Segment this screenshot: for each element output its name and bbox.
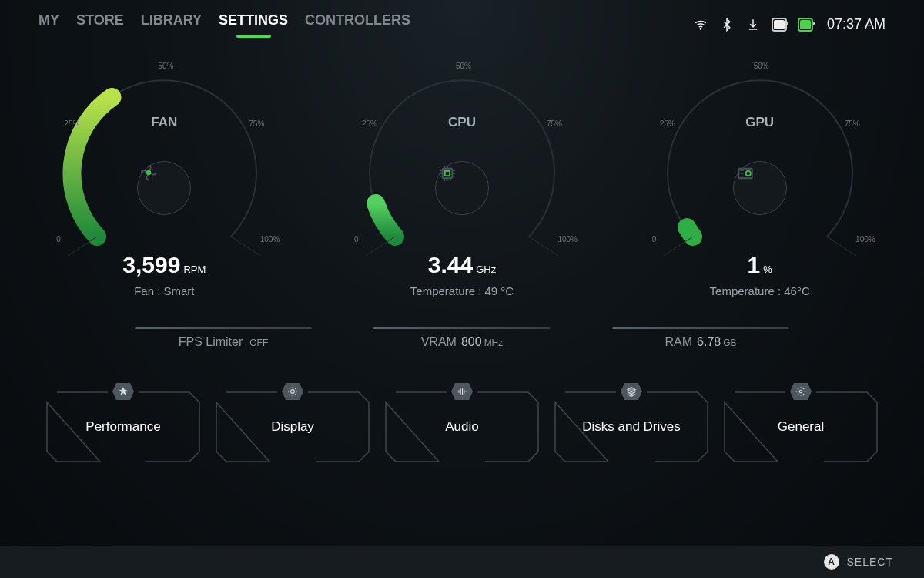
brightness-icon [282, 383, 303, 400]
gear-icon [790, 383, 812, 400]
gpu-icon [733, 161, 787, 215]
tile-display[interactable]: Display [216, 391, 370, 462]
fan-icon [137, 161, 191, 215]
battery-handheld-icon [798, 18, 813, 32]
svg-line-2 [231, 237, 260, 256]
nav-tab-controllers[interactable]: CONTROLLERS [305, 12, 410, 36]
svg-point-13 [799, 390, 802, 393]
tile-performance[interactable]: Performance [46, 391, 200, 462]
gpu-subtitle: Temperature : 46°C [710, 284, 810, 297]
svg-point-12 [291, 390, 295, 394]
fan-gauge[interactable]: FAN 50% 25% 75% 0 100% 3,599RPM Fan : Sm… [15, 59, 313, 297]
top-nav: MY STORE LIBRARY SETTINGS CONTROLLERS [38, 12, 410, 36]
svg-rect-6 [443, 169, 453, 179]
svg-point-3 [147, 171, 151, 175]
footer-bar: A SELECT [0, 546, 924, 578]
tile-audio[interactable]: Audio [385, 391, 539, 462]
tile-disks[interactable]: Disks and Drives [554, 391, 708, 462]
svg-line-8 [664, 237, 693, 256]
bluetooth-icon [719, 18, 735, 32]
tile-general[interactable]: General [724, 391, 878, 462]
svg-line-1 [68, 237, 97, 256]
svg-line-9 [827, 237, 856, 256]
vram-indicator[interactable]: VRAM800MHz [373, 327, 551, 349]
fan-subtitle: Fan : Smart [134, 284, 194, 297]
nav-tab-store[interactable]: STORE [76, 12, 124, 36]
svg-rect-7 [445, 171, 450, 176]
select-hint[interactable]: SELECT [847, 556, 893, 568]
ram-indicator[interactable]: RAM6.78GB [612, 327, 789, 349]
svg-line-5 [529, 237, 558, 256]
wifi-icon [693, 18, 708, 32]
nav-tab-my[interactable]: MY [38, 12, 59, 36]
status-bar: 07:37 AM [693, 16, 886, 32]
svg-point-11 [745, 171, 750, 176]
nav-tab-library[interactable]: LIBRARY [141, 12, 202, 36]
cpu-subtitle: Temperature : 49 °C [410, 284, 514, 297]
cpu-icon [435, 161, 489, 215]
svg-line-4 [366, 237, 395, 256]
svg-point-0 [700, 28, 701, 29]
gpu-gauge[interactable]: GPU 50% 25% 75% 0 100% 1% Temperature : … [611, 59, 909, 297]
nav-tab-settings[interactable]: SETTINGS [219, 12, 288, 36]
battery-icon [772, 18, 787, 32]
equalizer-icon [451, 383, 473, 400]
fps-limiter-indicator[interactable]: FPS LimiterOFF [135, 327, 312, 349]
clock: 07:37 AM [827, 16, 886, 32]
download-icon [745, 18, 761, 32]
cpu-gauge[interactable]: CPU 50% 25% 75% 0 100% 3.44GHz Temperatu… [313, 59, 611, 297]
rocket-icon [112, 383, 134, 400]
a-button-icon: A [824, 554, 839, 570]
stack-icon [621, 383, 642, 400]
